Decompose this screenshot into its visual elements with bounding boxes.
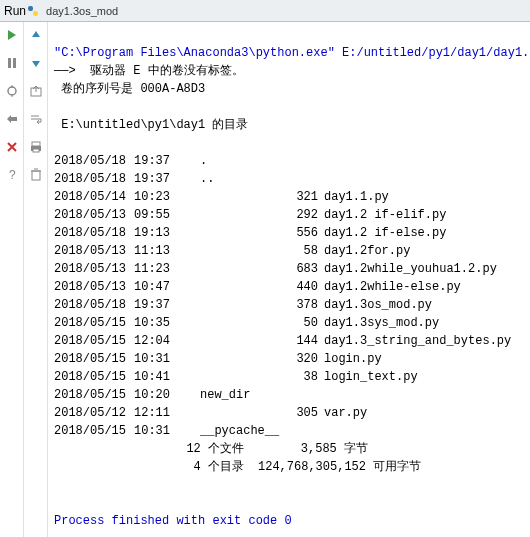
debug-button[interactable] — [3, 82, 21, 100]
out-line: 卷的序列号是 000A-A8D3 — [54, 82, 205, 96]
svg-rect-9 — [32, 142, 40, 146]
dir-row: 2018/05/1510:20new_dir — [54, 386, 524, 404]
out-line: E:\untitled\py1\day1 的目录 — [54, 118, 248, 132]
console-output[interactable]: "C:\Program Files\Anaconda3\python.exe" … — [48, 22, 530, 537]
close-button[interactable] — [3, 138, 21, 156]
dir-row: 2018/05/1310:47440day1.2while-else.py — [54, 278, 524, 296]
svg-rect-12 — [32, 171, 40, 180]
dir-row: 2018/05/1819:37378day1.3os_mod.py — [54, 296, 524, 314]
svg-rect-2 — [8, 58, 11, 68]
dir-row: 2018/05/1410:23321day1.1.py — [54, 188, 524, 206]
out-line: ——> 驱动器 E 中的卷没有标签。 — [54, 64, 244, 78]
summary-free: 124,768,305,152 可用字节 — [254, 460, 421, 474]
svg-text:?: ? — [9, 168, 16, 182]
dir-row: 2018/05/1512:04144day1.3_string_and_byte… — [54, 332, 524, 350]
summary-dirs: 4 个目录 — [174, 458, 254, 476]
tab-bar: Run day1.3os_mod — [0, 0, 530, 22]
dir-row: 2018/05/1311:23683day1.2while_youhua1.2.… — [54, 260, 524, 278]
command-line: "C:\Program Files\Anaconda3\python.exe" … — [54, 46, 530, 60]
dir-row: 2018/05/1311:1358day1.2for.py — [54, 242, 524, 260]
secondary-gutter — [24, 22, 48, 537]
wrap-icon[interactable] — [27, 110, 45, 128]
dir-row: 2018/05/1510:31__pycache__ — [54, 422, 524, 440]
svg-rect-11 — [33, 149, 39, 152]
dir-row: 2018/05/1819:37.. — [54, 170, 524, 188]
svg-rect-3 — [13, 58, 16, 68]
up-icon[interactable] — [27, 26, 45, 44]
dir-row: 2018/05/1819:13556day1.2 if-else.py — [54, 224, 524, 242]
run-button[interactable] — [3, 26, 21, 44]
summary-files: 12 个文件 — [174, 440, 254, 458]
frames-button[interactable] — [3, 110, 21, 128]
help-button[interactable]: ? — [3, 166, 21, 184]
run-label: Run — [4, 4, 26, 18]
tab-title[interactable]: day1.3os_mod — [44, 5, 118, 17]
dir-row: 2018/05/1212:11305var.py — [54, 404, 524, 422]
exit-line: Process finished with exit code 0 — [54, 514, 292, 528]
dir-row: 2018/05/1309:55292day1.2 if-elif.py — [54, 206, 524, 224]
stop-button[interactable] — [3, 54, 21, 72]
dir-row: 2018/05/1819:37. — [54, 152, 524, 170]
svg-rect-0 — [28, 6, 33, 11]
down-icon[interactable] — [27, 54, 45, 72]
print-icon[interactable] — [27, 138, 45, 156]
left-gutter: ? — [0, 22, 24, 537]
svg-point-4 — [8, 87, 16, 95]
export-icon[interactable] — [27, 82, 45, 100]
main-area: ? "C:\Program Files\Anaconda3\python.exe… — [0, 22, 530, 537]
dir-row: 2018/05/1510:3550day1.3sys_mod.py — [54, 314, 524, 332]
summary-bytes: 3,585 字节 — [254, 440, 374, 458]
python-icon — [26, 4, 40, 18]
dir-row: 2018/05/1510:31320login.py — [54, 350, 524, 368]
svg-rect-1 — [33, 11, 38, 16]
dir-row: 2018/05/1510:4138login_text.py — [54, 368, 524, 386]
trash-icon[interactable] — [27, 166, 45, 184]
